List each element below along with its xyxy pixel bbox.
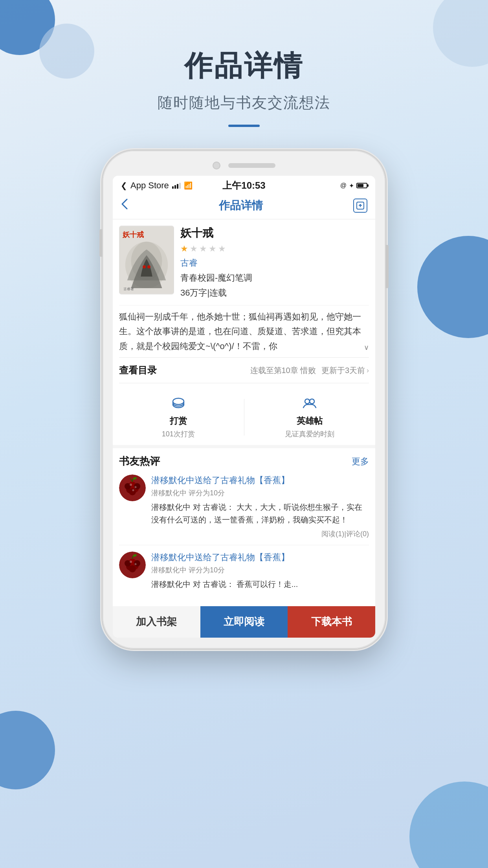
status-bar: ❮ App Store 📶 上午10:53 @ ✦ — [113, 176, 375, 194]
phone-top-bar — [113, 162, 375, 169]
status-time: 上午10:53 — [222, 179, 265, 192]
svg-point-29 — [134, 560, 140, 566]
phone-screen: ❮ App Store 📶 上午10:53 @ ✦ — [113, 176, 375, 638]
bg-circle-6 — [409, 782, 488, 868]
at-symbol: @ — [340, 182, 347, 189]
svg-text:古睿著: 古睿著 — [123, 287, 134, 291]
hero-post-action[interactable]: 英雄帖 见证真爱的时刻 — [244, 396, 376, 439]
carrier-name: App Store — [130, 180, 169, 191]
review-meta-1: 潜移默化中 评分为10分 — [151, 488, 369, 498]
svg-point-11 — [305, 399, 310, 404]
toc-info: 连载至第10章 惜败 更新于3天前 › — [250, 365, 369, 376]
svg-text:妖十戒: 妖十戒 — [122, 231, 144, 239]
svg-point-22 — [132, 489, 134, 491]
phone-side-button-left — [99, 229, 103, 257]
phone-mockup: ❮ App Store 📶 上午10:53 @ ✦ — [103, 151, 385, 649]
svg-point-10 — [173, 398, 184, 405]
wifi-icon: 📶 — [184, 181, 193, 190]
review-item: 潜移默化中送给了古睿礼物【香蕉】 潜移默化中 评分为10分 潜移默化中 对 古睿… — [119, 474, 369, 545]
reviews-section: 书友热评 更多 — [113, 448, 375, 606]
page-subtitle: 随时随地与书友交流想法 — [0, 93, 488, 113]
review-title-2[interactable]: 潜移默化中送给了古睿礼物【香蕉】 — [151, 552, 369, 564]
svg-point-18 — [134, 483, 140, 489]
toc-chevron-icon: › — [367, 366, 369, 375]
star-5: ★ — [218, 244, 226, 254]
back-arrow-status: ❮ — [121, 181, 127, 190]
review-avatar-1 — [119, 474, 146, 501]
battery-fill — [358, 184, 363, 187]
reviews-header: 书友热评 更多 — [119, 454, 369, 468]
book-author: 古睿 — [180, 257, 369, 269]
signal-bar-2 — [174, 185, 176, 189]
svg-point-20 — [130, 484, 132, 486]
signal-bar-4 — [179, 183, 181, 189]
nav-bar: 作品详情 — [113, 194, 375, 219]
review-content-2: 潜移默化中送给了古睿礼物【香蕉】 潜移默化中 评分为10分 潜移默化中 对 古睿… — [151, 552, 369, 594]
review-body-1: 潜移默化中 对 古睿说： 大大，大大，听说你想生猴子，实在没有什么可送的，送一筐… — [151, 501, 369, 526]
svg-point-5 — [147, 265, 150, 268]
description-text: 狐仙祠一别成千年，他杀她十世；狐仙祠再遇如初见，他守她一生。这个故事讲的是道，也… — [119, 312, 361, 351]
phone-side-button-right — [385, 245, 389, 288]
add-to-shelf-button[interactable]: 加入书架 — [113, 606, 200, 638]
toc-update-info: 更新于3天前 — [321, 365, 365, 376]
header-divider — [228, 125, 260, 127]
toc-chapter-info: 连载至第10章 惜败 — [250, 365, 316, 376]
phone-container: ❮ App Store 📶 上午10:53 @ ✦ — [0, 151, 488, 649]
review-content-1: 潜移默化中送给了古睿礼物【香蕉】 潜移默化中 评分为10分 潜移默化中 对 古睿… — [151, 474, 369, 539]
svg-point-31 — [130, 561, 132, 563]
book-info-section: 妖十戒 古睿著 妖十戒 ★ ★ ★ ★ ★ — [119, 226, 369, 299]
review-stats-1: 阅读(1)|评论(0) — [151, 529, 369, 539]
star-1: ★ — [180, 244, 188, 254]
status-bar-right: @ ✦ — [340, 182, 367, 189]
toc-section[interactable]: 查看目录 连载至第10章 惜败 更新于3天前 › — [119, 357, 369, 383]
reward-count: 101次打赏 — [162, 429, 195, 439]
hero-post-sublabel: 见证真爱的时刻 — [285, 429, 334, 439]
header-area: 作品详情 随时随地与书友交流想法 — [0, 0, 488, 127]
download-button[interactable]: 下载本书 — [288, 606, 375, 638]
svg-point-4 — [143, 265, 146, 268]
book-details: 妖十戒 ★ ★ ★ ★ ★ 古睿 青春校园-魔幻笔调 36万字|连载 — [180, 226, 369, 299]
signal-bar-1 — [172, 186, 174, 189]
reward-icon — [171, 396, 185, 413]
reviews-more-button[interactable]: 更多 — [352, 456, 369, 467]
book-rating: ★ ★ ★ ★ ★ — [180, 244, 369, 254]
review-meta-2: 潜移默化中 评分为10分 — [151, 565, 369, 575]
svg-point-30 — [129, 565, 136, 572]
svg-point-32 — [135, 563, 137, 565]
reward-action[interactable]: 打赏 101次打赏 — [113, 396, 244, 439]
read-now-button[interactable]: 立即阅读 — [200, 606, 288, 638]
svg-point-19 — [129, 488, 136, 495]
page-main-title: 作品详情 — [0, 47, 488, 85]
signal-bars — [172, 182, 181, 189]
book-cover: 妖十戒 古睿著 — [119, 226, 174, 294]
review-title-1[interactable]: 潜移默化中送给了古睿礼物【香蕉】 — [151, 474, 369, 487]
star-3: ★ — [199, 244, 207, 254]
back-button[interactable] — [121, 198, 128, 213]
description-fold-icon[interactable]: ∨ — [364, 342, 369, 354]
toc-label: 查看目录 — [119, 364, 157, 377]
bluetooth-icon: ✦ — [349, 182, 354, 189]
star-2: ★ — [190, 244, 198, 254]
book-genre: 青春校园-魔幻笔调 — [180, 272, 369, 284]
status-bar-left: ❮ App Store 📶 — [121, 180, 193, 191]
battery-icon — [356, 183, 367, 188]
share-button[interactable] — [353, 199, 367, 213]
review-avatar-2 — [119, 552, 146, 578]
review-item-2: 潜移默化中送给了古睿礼物【香蕉】 潜移默化中 评分为10分 潜移默化中 对 古睿… — [119, 552, 369, 594]
svg-point-12 — [310, 399, 314, 404]
book-title: 妖十戒 — [180, 226, 369, 241]
action-section: 打赏 101次打赏 英雄帖 见证真爱的时刻 — [113, 390, 375, 448]
nav-title: 作品详情 — [219, 198, 263, 213]
signal-bar-3 — [177, 184, 178, 189]
bg-circle-5 — [0, 711, 55, 789]
svg-point-21 — [135, 486, 137, 488]
reward-label: 打赏 — [170, 415, 187, 427]
review-body-2: 潜移默化中 对 古睿说： 香蕉可以行！走... — [151, 578, 369, 590]
content-area: 妖十戒 古睿著 妖十戒 ★ ★ ★ ★ ★ — [113, 219, 375, 390]
bottom-bar: 加入书架 立即阅读 下载本书 — [113, 606, 375, 638]
phone-speaker — [228, 163, 275, 168]
phone-camera — [213, 162, 220, 169]
reviews-title: 书友热评 — [119, 454, 160, 468]
star-4: ★ — [209, 244, 216, 254]
book-wordcount: 36万字|连载 — [180, 287, 369, 299]
